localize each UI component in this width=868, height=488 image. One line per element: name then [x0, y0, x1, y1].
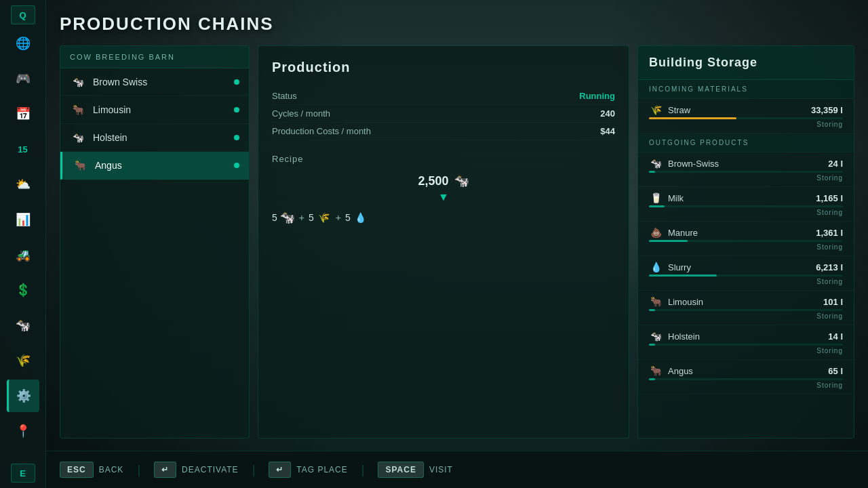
cow-item-angus[interactable]: 🐂 Angus — [60, 152, 249, 180]
manure-icon: 💩 — [649, 227, 663, 238]
limousin-amount: 101 l — [823, 297, 843, 307]
hotkey-tagplace: ↵ TAG PLACE — [269, 462, 347, 478]
bs-bar — [649, 171, 843, 173]
slurry-amount: 6,213 l — [816, 262, 843, 272]
columns-container: COW BREEDING BARN 🐄 Brown Swiss 🐂 Limous… — [60, 45, 854, 439]
sidebar-item-tractor[interactable]: 🚜 — [7, 239, 39, 271]
chart-icon: 📊 — [16, 212, 31, 227]
sidebar-item-misc[interactable]: 📍 — [7, 415, 39, 447]
input-cows-icon: 🐄 — [280, 210, 295, 225]
deactivate-key[interactable]: ↵ — [154, 462, 176, 478]
costs-value: $44 — [600, 126, 615, 136]
cow-item-holstein[interactable]: 🐄 Holstein — [60, 124, 249, 152]
output-amount: 2,500 — [418, 174, 448, 188]
manure-status: Storing — [649, 243, 843, 251]
cow-item-limousin[interactable]: 🐂 Limousin — [60, 96, 249, 124]
cow-list: 🐄 Brown Swiss 🐂 Limousin 🐄 Holstein 🐂 A — [60, 68, 249, 180]
production-row-status: Status Running — [272, 87, 615, 105]
slurry-name: Slurry — [668, 262, 691, 272]
manure-bar-fill — [649, 240, 688, 242]
storage-item-holstein: 🐄 Holstein 14 l Storing — [638, 325, 854, 360]
production-icon: ⚙️ — [16, 388, 31, 403]
production-row-cycles: Cycles / month 240 — [272, 105, 615, 123]
sidebar-item-production[interactable]: ⚙️ — [7, 380, 39, 412]
separator-3: | — [361, 463, 365, 477]
storage-item-manure: 💩 Manure 1,361 l Storing — [638, 222, 854, 256]
angus-bar-fill — [649, 378, 655, 380]
input-water-icon: 💧 — [353, 210, 368, 225]
storage-item-angus: 🐂 Angus 65 l Storing — [638, 360, 854, 394]
sidebar-item-q[interactable]: Q — [11, 5, 35, 24]
sidebar-item-15[interactable]: 15 — [7, 133, 39, 165]
sidebar: Q 🌐 🎮 📅 15 ⛅ 📊 🚜 💲 🐄 🌾 ⚙️ 📍 E — [0, 0, 46, 488]
misc-icon: 📍 — [16, 424, 31, 439]
input-water-amount: 5 — [345, 212, 351, 223]
weather-icon: ⛅ — [16, 177, 31, 192]
sidebar-item-globe[interactable]: 🌐 — [7, 27, 39, 60]
output-icon: 🐄 — [454, 174, 469, 188]
tagplace-key[interactable]: ↵ — [269, 462, 291, 478]
milk-amount: 1,165 l — [816, 193, 843, 203]
q-key-label: Q — [19, 10, 26, 20]
straw-status: Storing — [649, 121, 843, 128]
sidebar-item-money[interactable]: 💲 — [7, 274, 39, 306]
bs-status: Storing — [649, 174, 843, 182]
angus-icon: 🐂 — [72, 159, 88, 171]
manure-amount: 1,361 l — [816, 228, 843, 238]
straw-name: Straw — [668, 105, 690, 115]
straw-icon: 🌾 — [649, 104, 663, 115]
limousin-storage-name: Limousin — [668, 297, 703, 307]
angus-amount: 65 l — [828, 366, 843, 376]
sidebar-item-animal[interactable]: 🐄 — [7, 309, 39, 342]
tagplace-label: TAG PLACE — [296, 465, 347, 474]
slurry-bar-fill — [649, 274, 717, 277]
hotkey-visit: SPACE VISIT — [378, 462, 452, 478]
holstein-storage-icon: 🐄 — [649, 331, 663, 342]
storage-item-limousin: 🐂 Limousin 101 l Storing — [638, 291, 854, 325]
recipe-input-water: 5 💧 — [345, 210, 368, 225]
cow-section-header: COW BREEDING BARN — [60, 46, 249, 68]
storage-outgoing-list: 🐄 Brown-Swiss 24 l Storing 🥛 — [638, 152, 854, 438]
bs-bar-fill — [649, 171, 655, 173]
cycles-label: Cycles / month — [272, 108, 330, 119]
milk-bar-fill — [649, 205, 665, 207]
space-key[interactable]: SPACE — [378, 462, 423, 478]
limousin-storage-icon: 🐂 — [649, 296, 663, 307]
input-cows-amount: 5 — [272, 212, 277, 223]
limousin-status: Storing — [649, 312, 843, 320]
slurry-status: Storing — [649, 278, 843, 285]
angus-bar — [649, 378, 843, 380]
sidebar-item-steering[interactable]: 🎮 — [7, 62, 39, 95]
sidebar-item-chart[interactable]: 📊 — [7, 203, 39, 236]
recipe-input-straw: 5 🌾 — [309, 210, 332, 225]
angus-storage-name: Angus — [668, 366, 693, 376]
sidebar-item-e[interactable]: E — [11, 464, 35, 483]
bottom-bar: ESC BACK | ↵ DEACTIVATE | ↵ TAG PLACE | … — [46, 451, 868, 488]
hotkey-esc: ESC BACK — [60, 462, 123, 478]
separator-2: | — [252, 463, 256, 477]
recipe-output-value: 2,500 🐄 — [418, 174, 469, 188]
hotkey-deactivate: ↵ DEACTIVATE — [154, 462, 239, 478]
manure-name: Manure — [668, 228, 698, 238]
tractor-icon: 🚜 — [16, 247, 31, 262]
cow-list-panel: COW BREEDING BARN 🐄 Brown Swiss 🐂 Limous… — [60, 45, 250, 439]
sidebar-item-weather[interactable]: ⛅ — [7, 168, 39, 201]
visit-label: VISIT — [429, 465, 453, 474]
holstein-bar-fill — [649, 344, 655, 346]
straw-bar-fill — [649, 117, 736, 119]
page-title: PRODUCTION CHAINS — [60, 14, 854, 35]
angus-storage-icon: 🐂 — [649, 365, 663, 376]
holstein-icon: 🐄 — [70, 131, 86, 144]
cow-item-brown-swiss[interactable]: 🐄 Brown Swiss — [60, 68, 249, 96]
sidebar-item-calendar[interactable]: 📅 — [7, 98, 39, 130]
calendar-icon: 📅 — [16, 106, 31, 121]
esc-key[interactable]: ESC — [60, 462, 94, 478]
slurry-icon: 💧 — [649, 262, 663, 272]
storage-panel: Building Storage INCOMING MATERIALS 🌾 St… — [637, 45, 854, 439]
status-label: Status — [272, 91, 297, 101]
steering-icon: 🎮 — [16, 71, 31, 86]
sidebar-item-fields[interactable]: 🌾 — [7, 344, 39, 377]
recipe-input-cows: 5 🐄 — [272, 210, 295, 225]
input-straw-icon: 🌾 — [317, 210, 332, 225]
production-panel: Production Status Running Cycles / month… — [258, 45, 629, 439]
